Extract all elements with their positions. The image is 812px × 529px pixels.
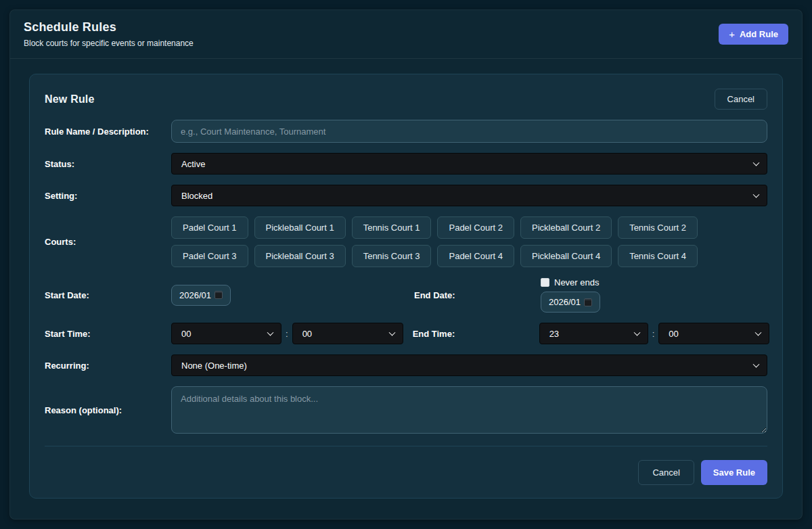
court-toggle-button[interactable]: Tennis Court 2 <box>618 216 698 239</box>
dates-row: Start Date: 2026/01 End Date: Never ends… <box>45 277 767 313</box>
status-row: Status: Active <box>45 153 767 175</box>
start-time-label: Start Time: <box>45 329 171 339</box>
calendar-icon[interactable] <box>215 291 223 299</box>
recurring-select[interactable]: None (One-time) <box>171 354 767 376</box>
new-rule-card: New Rule Cancel Rule Name / Description:… <box>29 74 783 499</box>
status-label: Status: <box>45 159 171 169</box>
setting-label: Setting: <box>45 191 171 201</box>
chevron-down-icon <box>388 329 395 336</box>
start-time-hour-value: 00 <box>181 329 191 339</box>
courts-button-group: Padel Court 1 Pickleball Court 1 Tennis … <box>171 216 767 267</box>
setting-select-value: Blocked <box>181 191 212 201</box>
times-row: Start Time: 00 : 00 End Time: 23 : <box>45 323 767 344</box>
recurring-select-value: None (One-time) <box>181 361 247 371</box>
dates-content: 2026/01 End Date: Never ends 2026/01 <box>171 277 767 313</box>
status-select-value: Active <box>181 159 205 169</box>
rule-name-label: Rule Name / Description: <box>45 127 171 137</box>
chevron-down-icon <box>267 329 274 336</box>
chevron-down-icon <box>753 191 760 198</box>
start-date-value: 2026/01 <box>179 290 211 300</box>
end-date-value: 2026/01 <box>549 297 581 307</box>
end-time-minute-select[interactable]: 00 <box>658 323 769 344</box>
start-date-label: Start Date: <box>45 290 171 300</box>
end-date-group: Never ends 2026/01 <box>541 277 600 313</box>
recurring-row: Recurring: None (One-time) <box>45 354 767 376</box>
courts-row: Courts: Padel Court 1 Pickleball Court 1… <box>45 216 767 267</box>
chevron-down-icon <box>753 160 760 166</box>
end-time-minute-value: 00 <box>669 329 678 339</box>
chevron-down-icon <box>755 329 762 336</box>
add-rule-button[interactable]: + Add Rule <box>719 24 788 45</box>
chevron-down-icon <box>753 361 760 368</box>
court-toggle-button[interactable]: Padel Court 3 <box>171 245 248 267</box>
court-toggle-button[interactable]: Padel Court 1 <box>171 216 248 239</box>
rule-name-input[interactable] <box>171 120 767 143</box>
court-toggle-button[interactable]: Padel Court 2 <box>437 216 514 239</box>
plus-icon: + <box>729 29 735 39</box>
reason-label: Reason (optional): <box>45 405 171 415</box>
court-toggle-button[interactable]: Pickleball Court 4 <box>520 245 612 267</box>
end-time-label: End Time: <box>413 329 539 339</box>
start-date-input[interactable]: 2026/01 <box>171 285 231 306</box>
end-date-input[interactable]: 2026/01 <box>541 292 600 313</box>
panel-header-text: Schedule Rules Block courts for specific… <box>24 20 194 48</box>
court-toggle-button[interactable]: Tennis Court 4 <box>618 245 698 267</box>
never-ends-label: Never ends <box>554 277 599 288</box>
court-toggle-button[interactable]: Pickleball Court 3 <box>254 245 346 267</box>
chevron-down-icon <box>633 329 640 336</box>
court-toggle-button[interactable]: Tennis Court 3 <box>352 245 432 267</box>
calendar-icon[interactable] <box>584 298 592 306</box>
reason-textarea[interactable] <box>171 386 767 434</box>
page-title: Schedule Rules <box>24 20 194 34</box>
court-toggle-button[interactable]: Padel Court 4 <box>437 245 514 267</box>
court-toggle-button[interactable]: Pickleball Court 2 <box>520 216 612 239</box>
court-toggle-button[interactable]: Pickleball Court 1 <box>254 216 346 239</box>
setting-row: Setting: Blocked <box>45 185 767 206</box>
reason-row: Reason (optional): <box>45 386 767 434</box>
time-colon: : <box>652 329 655 339</box>
add-rule-button-label: Add Rule <box>740 29 778 39</box>
end-time-hour-value: 23 <box>549 329 559 339</box>
page-subtitle: Block courts for specific events or main… <box>24 39 194 48</box>
recurring-label: Recurring: <box>45 361 171 371</box>
court-toggle-button[interactable]: Tennis Court 1 <box>352 216 432 239</box>
schedule-rules-panel: Schedule Rules Block courts for specific… <box>9 9 803 520</box>
status-select[interactable]: Active <box>171 153 767 175</box>
card-footer: Cancel Save Rule <box>45 446 767 485</box>
panel-header: Schedule Rules Block courts for specific… <box>10 10 802 59</box>
card-head: New Rule Cancel <box>45 89 767 110</box>
card-title: New Rule <box>45 93 95 106</box>
start-time-minute-value: 00 <box>302 329 312 339</box>
cancel-top-button[interactable]: Cancel <box>715 89 767 110</box>
times-content: 00 : 00 End Time: 23 : 00 <box>171 323 769 344</box>
start-time-minute-select[interactable]: 00 <box>292 323 403 344</box>
setting-select[interactable]: Blocked <box>171 185 767 206</box>
rule-name-row: Rule Name / Description: <box>45 120 767 143</box>
end-date-label: End Date: <box>414 290 541 300</box>
start-time-hour-select[interactable]: 00 <box>171 323 281 344</box>
never-ends-checkbox[interactable] <box>541 278 549 287</box>
never-ends-checkbox-row[interactable]: Never ends <box>541 277 599 288</box>
time-colon: : <box>286 329 288 339</box>
cancel-footer-button[interactable]: Cancel <box>638 460 694 485</box>
end-time-hour-select[interactable]: 23 <box>539 323 648 344</box>
courts-label: Courts: <box>45 237 171 247</box>
save-rule-button[interactable]: Save Rule <box>701 460 767 485</box>
